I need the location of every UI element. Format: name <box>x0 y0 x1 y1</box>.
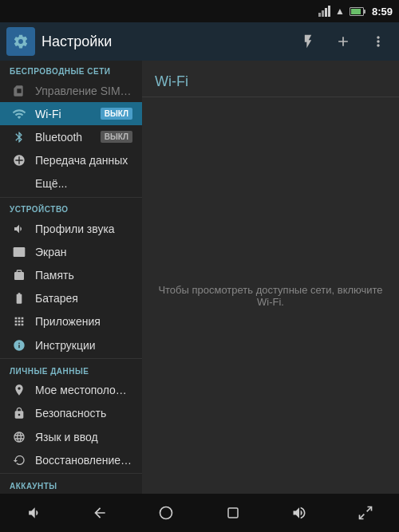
svg-point-0 <box>160 507 172 519</box>
right-panel-header: Wi-Fi <box>142 61 399 97</box>
wifi-toggle-badge: ВЫКЛ <box>101 108 132 120</box>
app-bar-actions <box>294 27 393 56</box>
sidebar-section-personal: ЛИЧНЫЕ ДАННЫЕ <box>0 361 142 379</box>
location-label: Мое местоположение <box>35 384 132 396</box>
add-button[interactable] <box>329 27 358 56</box>
wifi-status-icon: ▲ <box>335 6 345 17</box>
sidebar-item-battery[interactable]: Батарея <box>0 287 142 310</box>
sidebar-item-security[interactable]: Безопасность <box>0 402 142 425</box>
wifi-label: Wi-Fi <box>35 108 97 120</box>
display-icon <box>10 242 29 262</box>
app-title: Настройки <box>41 33 294 50</box>
memory-label: Память <box>35 269 132 282</box>
battery-icon <box>350 7 364 16</box>
status-time: 8:59 <box>372 6 393 18</box>
overflow-menu-button[interactable] <box>364 27 393 56</box>
security-label: Безопасность <box>35 407 132 420</box>
right-panel: Wi-Fi Чтобы просмотреть доступные сети, … <box>142 61 399 494</box>
status-icons: ▲ 8:59 <box>318 6 393 18</box>
data-icon <box>10 151 29 170</box>
lock-icon <box>10 404 29 423</box>
sidebar-item-memory[interactable]: Память <box>0 264 142 287</box>
sidebar-item-sound[interactable]: Профили звука <box>0 217 142 240</box>
sidebar-item-sim[interactable]: Управление SIM-карта... <box>0 79 142 102</box>
apps-label: Приложения <box>35 315 132 328</box>
divider-1 <box>0 197 142 198</box>
svg-line-3 <box>360 514 365 519</box>
sidebar-item-bluetooth[interactable]: Bluetooth ВЫКЛ <box>0 125 142 148</box>
more-label: Ещё... <box>35 177 132 190</box>
sidebar-item-instructions[interactable]: Инструкции <box>0 333 142 357</box>
back-button[interactable] <box>80 497 120 529</box>
svg-rect-1 <box>228 508 238 518</box>
signal-icon <box>318 6 330 17</box>
volume-down-button[interactable] <box>14 497 53 529</box>
expand-button[interactable] <box>346 497 385 529</box>
more-icon <box>10 174 29 193</box>
bluetooth-toggle-badge: ВЫКЛ <box>101 131 132 143</box>
home-button[interactable] <box>146 497 186 529</box>
bluetooth-icon <box>10 128 29 147</box>
display-label: Экран <box>35 246 132 258</box>
language-label: Язык и ввод <box>35 431 132 443</box>
status-bar: ▲ 8:59 <box>0 0 399 22</box>
sidebar-item-data[interactable]: Передача данных <box>0 148 142 171</box>
right-panel-title: Wi-Fi <box>155 73 188 89</box>
sound-label: Профили звука <box>35 223 132 235</box>
settings-app-icon <box>6 27 35 56</box>
app-bar: Настройки <box>0 22 399 61</box>
sidebar: БЕСПРОВОДНЫЕ СЕТИ Управление SIM-карта..… <box>0 61 142 494</box>
sidebar-section-accounts: АККАУНТЫ <box>0 475 142 494</box>
apps-icon <box>10 312 29 331</box>
sidebar-section-wireless: БЕСПРОВОДНЫЕ СЕТИ <box>0 61 142 79</box>
recents-button[interactable] <box>213 497 253 529</box>
sidebar-item-display[interactable]: Экран <box>0 240 142 263</box>
volume-up-button[interactable] <box>279 497 319 529</box>
battery-label: Батарея <box>35 292 132 305</box>
memory-icon <box>10 266 29 285</box>
wifi-icon <box>10 104 29 124</box>
sidebar-section-device: УСТРОЙСТВО <box>0 199 142 217</box>
sim-icon <box>10 81 29 100</box>
sidebar-item-restore[interactable]: Восстановление и сброс <box>0 448 142 471</box>
restore-icon <box>10 451 29 470</box>
language-icon <box>10 428 29 447</box>
instructions-label: Инструкции <box>35 339 132 352</box>
divider-2 <box>0 358 142 359</box>
sidebar-item-wifi[interactable]: Wi-Fi ВЫКЛ <box>0 102 142 125</box>
sim-label: Управление SIM-карта... <box>35 85 132 97</box>
battery-sidebar-icon <box>10 289 29 308</box>
data-label: Передача данных <box>35 154 132 167</box>
divider-3 <box>0 473 142 474</box>
nav-bar <box>0 494 399 532</box>
bluetooth-label: Bluetooth <box>35 131 97 144</box>
restore-label: Восстановление и сброс <box>35 454 132 467</box>
sidebar-item-location[interactable]: Мое местоположение <box>0 379 142 402</box>
instructions-icon <box>10 336 29 355</box>
right-panel-body: Чтобы просмотреть доступные сети, включи… <box>142 97 399 494</box>
location-icon <box>10 380 29 400</box>
sidebar-item-apps[interactable]: Приложения <box>0 310 142 333</box>
sidebar-item-more[interactable]: Ещё... <box>0 172 142 195</box>
bolt-button[interactable] <box>294 27 322 56</box>
svg-line-2 <box>367 507 372 512</box>
sound-icon <box>10 219 29 238</box>
sidebar-item-language[interactable]: Язык и ввод <box>0 425 142 448</box>
main-content: БЕСПРОВОДНЫЕ СЕТИ Управление SIM-карта..… <box>0 61 399 494</box>
wifi-empty-message: Чтобы просмотреть доступные сети, включи… <box>155 284 386 308</box>
